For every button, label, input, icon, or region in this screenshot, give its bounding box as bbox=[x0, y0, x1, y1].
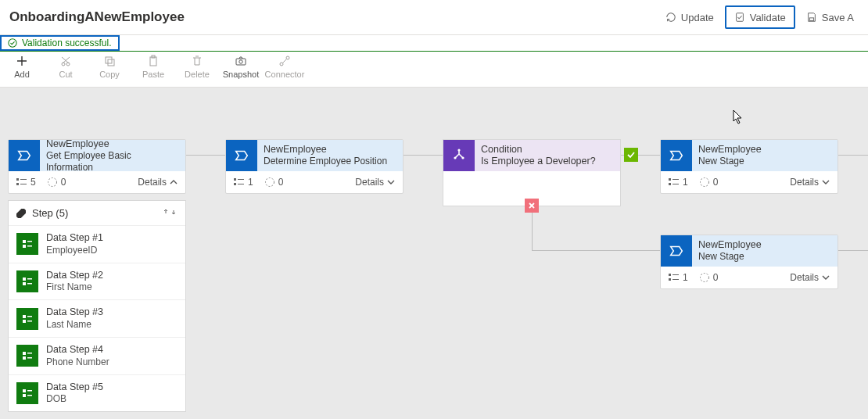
svg-rect-39 bbox=[238, 179, 244, 180]
delete-button[interactable]: Delete bbox=[175, 55, 219, 79]
svg-rect-38 bbox=[234, 178, 236, 181]
stage-entity: NewEmployee bbox=[264, 144, 396, 156]
stage-entity: NewEmployee bbox=[46, 138, 179, 150]
chevron-down-icon bbox=[822, 274, 830, 281]
svg-rect-16 bbox=[20, 184, 27, 184]
svg-point-50 bbox=[700, 178, 708, 187]
cut-button[interactable]: Cut bbox=[44, 55, 88, 79]
svg-point-11 bbox=[280, 63, 283, 66]
dataset-icon bbox=[16, 308, 38, 330]
connector-button[interactable]: Connector bbox=[263, 55, 307, 79]
svg-rect-15 bbox=[16, 183, 19, 185]
stage-icon bbox=[226, 140, 257, 171]
header-actions: Update Validate Save A bbox=[658, 5, 862, 29]
connector-line bbox=[532, 250, 660, 251]
svg-rect-23 bbox=[27, 278, 32, 280]
update-label: Update bbox=[681, 12, 714, 23]
svg-rect-25 bbox=[27, 283, 32, 285]
svg-rect-40 bbox=[234, 183, 236, 185]
clipboard-check-icon bbox=[734, 12, 745, 23]
connector-line bbox=[838, 155, 868, 156]
delete-label: Delete bbox=[185, 70, 210, 79]
add-button[interactable]: Add bbox=[0, 55, 44, 79]
step-row[interactable]: Data Step #1EmployeeID bbox=[9, 225, 185, 263]
stage-card-3[interactable]: NewEmployee New Stage 1 0 Details bbox=[660, 139, 838, 194]
details-toggle[interactable]: Details bbox=[790, 272, 830, 283]
step-row[interactable]: Data Step #4Phone Number bbox=[9, 337, 185, 374]
cursor-icon bbox=[733, 109, 744, 125]
svg-rect-31 bbox=[27, 353, 32, 354]
svg-rect-41 bbox=[238, 184, 244, 184]
dataset-icon bbox=[16, 345, 38, 367]
trash-icon bbox=[191, 55, 203, 67]
svg-rect-27 bbox=[27, 316, 32, 317]
paste-button[interactable]: Paste bbox=[131, 55, 175, 79]
canvas[interactable]: NewEmployee Get Employee Basic Informati… bbox=[0, 88, 868, 419]
title-wrap[interactable]: OnboardingANewEmployee bbox=[6, 9, 189, 25]
condition-card[interactable]: Condition Is Employee a Developer? bbox=[443, 139, 621, 206]
snapshot-button[interactable]: Snapshot bbox=[219, 55, 263, 79]
svg-rect-33 bbox=[27, 357, 32, 359]
refresh-icon bbox=[665, 12, 676, 23]
stage-icon bbox=[661, 235, 692, 267]
svg-rect-54 bbox=[673, 279, 679, 280]
camera-icon bbox=[235, 55, 247, 67]
svg-point-42 bbox=[265, 178, 274, 187]
connector-line bbox=[404, 155, 443, 156]
svg-rect-6 bbox=[108, 59, 114, 66]
save-button[interactable]: Save A bbox=[798, 5, 862, 29]
chevron-up-icon bbox=[170, 178, 178, 186]
svg-rect-53 bbox=[669, 278, 671, 281]
svg-point-45 bbox=[461, 156, 464, 159]
svg-rect-52 bbox=[673, 274, 679, 275]
svg-rect-30 bbox=[23, 352, 26, 355]
copy-label: Copy bbox=[99, 70, 120, 79]
details-toggle[interactable]: Details bbox=[138, 177, 178, 188]
cut-label: Cut bbox=[59, 70, 72, 79]
condition-label: Condition bbox=[481, 144, 614, 156]
update-button[interactable]: Update bbox=[658, 5, 722, 29]
details-toggle[interactable]: Details bbox=[790, 177, 830, 188]
svg-rect-34 bbox=[23, 389, 26, 392]
dataset-icon bbox=[16, 233, 38, 255]
scissors-icon bbox=[59, 55, 72, 67]
check-circle-icon bbox=[8, 38, 17, 48]
connector-icon bbox=[278, 55, 291, 67]
branch-count: 0 bbox=[47, 177, 66, 188]
connector-line bbox=[838, 250, 868, 251]
stage-card-4[interactable]: NewEmployee New Stage 1 0 Details bbox=[660, 235, 838, 289]
dataset-icon bbox=[16, 270, 38, 292]
add-label: Add bbox=[14, 70, 30, 79]
toolbar: Add Cut Copy Paste Delete Snapshot Conne… bbox=[0, 52, 868, 88]
svg-point-43 bbox=[457, 149, 460, 151]
stage-card-1[interactable]: NewEmployee Get Employee Basic Informati… bbox=[8, 139, 186, 194]
condition-question: Is Employee a Developer? bbox=[481, 156, 614, 167]
step-row[interactable]: Data Step #3Last Name bbox=[9, 299, 185, 337]
svg-rect-13 bbox=[16, 178, 19, 181]
stage-card-2[interactable]: NewEmployee Determine Employee Position … bbox=[225, 139, 404, 194]
svg-rect-47 bbox=[673, 179, 679, 180]
svg-rect-7 bbox=[150, 57, 156, 66]
step-row[interactable]: Data Step #5DOB bbox=[9, 374, 185, 412]
stage-title: Determine Employee Position bbox=[264, 156, 396, 167]
step-row[interactable]: Data Step #2First Name bbox=[9, 263, 185, 300]
chevron-down-icon bbox=[387, 178, 395, 186]
copy-button[interactable]: Copy bbox=[88, 55, 131, 79]
svg-rect-20 bbox=[23, 245, 26, 248]
step-count: 5 bbox=[16, 177, 36, 188]
save-icon bbox=[806, 12, 817, 23]
dataset-icon bbox=[16, 382, 38, 404]
svg-rect-29 bbox=[27, 321, 32, 322]
validate-button[interactable]: Validate bbox=[725, 5, 795, 29]
svg-point-17 bbox=[48, 178, 56, 187]
details-toggle[interactable]: Details bbox=[355, 177, 395, 188]
branch-icon bbox=[443, 140, 475, 171]
reorder-icon[interactable] bbox=[162, 207, 178, 219]
svg-rect-37 bbox=[27, 395, 32, 396]
svg-rect-36 bbox=[23, 394, 26, 397]
svg-rect-35 bbox=[27, 390, 32, 392]
sequence-icon bbox=[16, 209, 26, 218]
svg-point-12 bbox=[286, 56, 289, 59]
save-label: Save A bbox=[822, 12, 854, 23]
svg-point-55 bbox=[700, 274, 708, 282]
